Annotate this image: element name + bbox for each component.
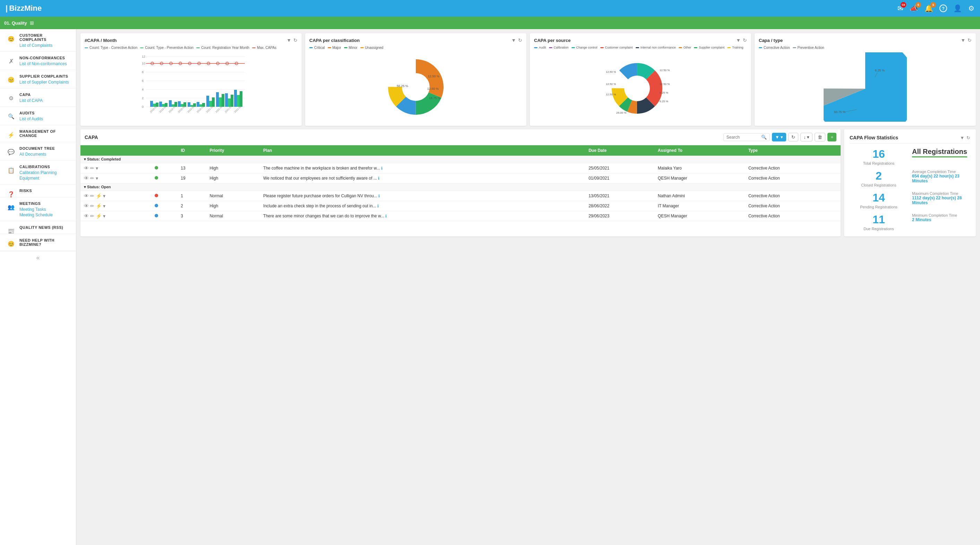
svg-text:0: 0 [142, 105, 143, 108]
view-icon[interactable]: 👁 [84, 193, 89, 199]
chevron-down-icon[interactable]: ▾ [103, 193, 105, 199]
edit-icon[interactable]: ✏ [90, 165, 94, 171]
closed-registrations-number: 2 [850, 170, 908, 182]
bolt-icon[interactable]: ⚡ [96, 203, 102, 209]
row-due-date: 28/06/2022 [585, 201, 654, 211]
row-due-date: 25/05/2021 [585, 163, 654, 173]
stats-refresh-icon[interactable]: ↻ [966, 135, 970, 140]
capa-month-legend: Count: Type - Corrective Action Count: T… [84, 46, 298, 49]
capa-search-box[interactable]: 🔍 [723, 133, 770, 141]
all-documents-link[interactable]: All Documents [19, 152, 70, 157]
megaphone-icon-wrap[interactable]: 📣 5 [910, 4, 918, 13]
filter-icon[interactable]: ▼ [736, 37, 741, 43]
info-icon[interactable]: ℹ [378, 176, 379, 180]
pending-registrations-number: 14 [850, 191, 908, 204]
min-completion-value: 2 Minutes [912, 218, 970, 222]
info-icon[interactable]: ℹ [385, 214, 387, 218]
app-logo[interactable]: | BizzMine [6, 4, 41, 13]
info-icon[interactable]: ℹ [378, 194, 380, 198]
meeting-tasks-link[interactable]: Meeting Tasks [19, 207, 70, 212]
col-priority[interactable]: Priority [206, 145, 260, 156]
view-icon[interactable]: 👁 [84, 175, 89, 181]
avg-completion-label: Average Completion Time [912, 170, 970, 174]
capa-type-legend: Corrective Action Preventive Action [759, 46, 972, 49]
max-completion-value: 1112 day(s) 22 hour(s) 28 Minutes [912, 195, 970, 205]
help-icon-wrap[interactable]: ? [939, 5, 947, 12]
capa-search-input[interactable] [727, 135, 761, 140]
row-due-date: 01/09/2021 [585, 173, 654, 183]
calibration-planning-link[interactable]: Calibration Planning [19, 170, 70, 175]
col-id[interactable]: ID [177, 145, 206, 156]
view-icon[interactable]: 👁 [84, 203, 89, 209]
refresh-icon[interactable]: ↻ [293, 37, 298, 43]
due-registrations-number: 11 [850, 213, 908, 226]
mail-icon-wrap[interactable]: ✉ 59 [897, 4, 904, 13]
settings-icon: ⚙ [968, 5, 974, 12]
filter-icon[interactable]: ▼ [961, 37, 966, 43]
col-plan[interactable]: Plan [260, 145, 585, 156]
list-of-complaints-link[interactable]: List of Complaints [19, 43, 70, 48]
view-icon[interactable]: 👁 [84, 213, 89, 219]
equipment-link[interactable]: Equipment [19, 176, 70, 181]
svg-text:12.50 %: 12.50 % [606, 93, 616, 96]
row-assigned-to: QESH Manager [654, 211, 745, 221]
filter-icon[interactable]: ▼ [511, 37, 516, 43]
settings-icon-wrap[interactable]: ⚙ [968, 4, 974, 13]
sidebar-item-customer-complaints: 😊 CUSTOMER COMPLAINTS List of Complaints [0, 29, 76, 52]
view-icon[interactable]: 👁 [84, 165, 89, 171]
document-tree-title: DOCUMENT TREE [19, 146, 70, 151]
refresh-icon[interactable]: ↻ [743, 37, 747, 43]
chevron-down-icon[interactable]: ▾ [103, 213, 105, 219]
bolt-icon[interactable]: ⚡ [96, 213, 102, 219]
capa-source-title: CAPA per source [534, 38, 570, 43]
mail-badge: 59 [900, 2, 906, 8]
charts-row: #CAPA / Month ▼ ↻ Count: Type - Correcti… [80, 33, 976, 126]
edit-icon[interactable]: ✏ [90, 203, 94, 209]
non-conformances-title: NON-CONFORMANCES [19, 56, 70, 60]
refresh-icon[interactable]: ↻ [518, 37, 522, 43]
row-plan: Please register future purchase orders f… [260, 191, 585, 201]
svg-text:12.50 %: 12.50 % [660, 68, 670, 72]
chevron-down-icon[interactable]: ▾ [103, 203, 105, 209]
logo-symbol: | [6, 4, 8, 13]
chevron-down-icon[interactable]: ▾ [96, 175, 98, 181]
filter-icon[interactable]: ▼ [286, 37, 291, 43]
edit-icon[interactable]: ✏ [90, 213, 94, 219]
sidebar-collapse-button[interactable]: « [0, 251, 76, 264]
stats-filter-icon[interactable]: ▼ [960, 135, 964, 140]
delete-button[interactable]: 🗑 [815, 133, 825, 141]
breadcrumb-grid-icon[interactable]: ⊞ [30, 20, 34, 25]
min-completion-wrap: Minimum Completion Time 2 Minutes [912, 213, 970, 231]
filter-button[interactable]: ▼ ▾ [772, 133, 786, 141]
bell-icon-wrap[interactable]: 🔔 5 [924, 4, 933, 13]
col-type[interactable]: Type [745, 145, 841, 156]
bolt-icon[interactable]: ⚡ [96, 193, 102, 199]
col-assigned-to[interactable]: Assigned To [654, 145, 745, 156]
info-icon[interactable]: ℹ [377, 204, 379, 208]
capa-type-chart-header: Capa / type ▼ ↻ [759, 37, 972, 43]
list-of-supplier-complaints-link[interactable]: List of Supplier Complaints [19, 80, 70, 84]
refresh-icon[interactable]: ↻ [967, 37, 972, 43]
add-button[interactable]: + [827, 133, 837, 141]
edit-icon[interactable]: ✏ [90, 175, 94, 181]
user-icon-wrap[interactable]: 👤 [953, 4, 962, 13]
meeting-schedule-link[interactable]: Meeting Schedule [19, 213, 70, 218]
min-completion-label: Minimum Completion Time [912, 213, 970, 218]
svg-text:4: 4 [142, 88, 143, 91]
calibrations-icon: 📋 [6, 165, 17, 176]
svg-text:12: 12 [142, 55, 145, 58]
list-of-capa-link[interactable]: List of CAPA [19, 98, 70, 103]
edit-icon[interactable]: ✏ [90, 193, 94, 199]
content-area: #CAPA / Month ▼ ↻ Count: Type - Correcti… [76, 29, 980, 545]
search-icon: 🔍 [761, 135, 767, 140]
list-of-audits-link[interactable]: List of Audits [19, 116, 70, 121]
capa-table-header: CAPA 🔍 ▼ ▾ ↻ ↓ ▾ 🗑 + [80, 129, 841, 145]
list-of-non-conformances-link[interactable]: List of Non-conformances [19, 61, 70, 66]
priority-dot [151, 163, 177, 173]
info-icon[interactable]: ℹ [381, 166, 382, 170]
col-due-date[interactable]: Due Date [585, 145, 654, 156]
row-actions: 👁 ✏ ⚡ ▾ [80, 191, 151, 201]
chevron-down-icon[interactable]: ▾ [96, 165, 98, 171]
download-button[interactable]: ↓ ▾ [800, 133, 813, 141]
refresh-button[interactable]: ↻ [788, 133, 798, 141]
